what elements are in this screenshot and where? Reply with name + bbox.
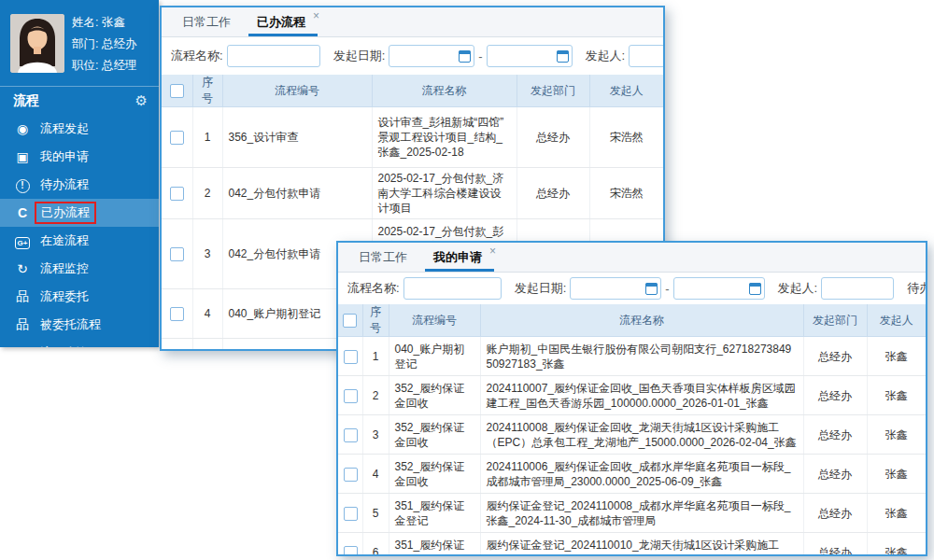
initiator-label: 发起人: [586,48,626,64]
sidebar-item-process-delegate[interactable]: 品 流程委托 [0,283,159,311]
col-header-no: 序号 [192,75,222,107]
tab-label: 我的申请 [433,249,482,266]
calendar-icon[interactable] [557,50,569,63]
initiator-input[interactable] [629,45,663,67]
monitor-refresh-icon: ↻ [14,261,31,276]
row-checkbox[interactable] [170,131,184,145]
cell-name: 履约保证金登记_2024110010_龙湖天街城1区设计采购施工（EPC）总承包… [480,533,803,557]
cell-name: 账户期初_中国民生银行股份有限公司朝阳支行_627182738495092718… [480,337,803,376]
row-checkbox[interactable] [344,468,358,482]
row-checkbox[interactable] [344,350,358,364]
cell-no: 5 [192,339,222,352]
cell-dept: 总经办 [803,376,867,415]
avatar-photo [10,14,64,73]
cell-no: 3 [362,415,389,455]
select-all-checkbox[interactable] [170,84,184,98]
tab-label: 日常工作 [182,14,231,31]
sidebar: 姓名: 张鑫 部门: 总经办 职位: 总经理 流程 ⚙ ◉ 流程发起 ▣ 我的申… [0,0,159,347]
process-name-label: 流程名称: [347,280,400,297]
col-header-person: 发起人 [867,304,926,337]
tab-label: 日常工作 [359,249,407,266]
clock-icon: ⊙ [14,345,31,347]
tab-daily-work[interactable]: 日常工作 [171,7,246,36]
row-checkbox[interactable] [344,428,358,442]
tab-daily-work[interactable]: 日常工作 [347,243,422,272]
sidebar-item-process-search[interactable]: ⊙ 流程查询 [0,339,159,347]
row-checkbox[interactable] [170,187,184,201]
table-row: 2 352_履约保证金回收 2024110007_履约保证金回收_国色天香项目实… [338,376,926,415]
initiator-input[interactable] [821,277,894,300]
my-applications-window: 日常工作 我的申请 × 流程名称: 发起日期: - 发起人: 待办人: [336,241,927,556]
cell-code: 042_分包付款申请 [222,168,372,219]
sidebar-item-label: 流程查询 [40,344,89,347]
cell-code: 356_设计审查 [222,107,372,168]
process-name-input[interactable] [403,277,502,300]
select-all-checkbox[interactable] [343,314,357,328]
date-range-separator: - [478,49,482,63]
col-header-name: 流程名称 [372,75,517,107]
cell-no: 5 [362,494,389,533]
cell-no: 4 [192,289,222,339]
sidebar-item-label: 我的申请 [40,148,89,165]
cell-code: 352_履约保证金回收 [389,455,480,494]
col-header-dept: 发起部门 [803,304,867,337]
cell-no: 3 [192,219,222,289]
cell-name: 设计审查_彭祖新城“四馆”景观工程设计项目_结构_张鑫_2025-02-18 [372,107,517,168]
row-checkbox[interactable] [344,546,358,556]
table-row: 4 352_履约保证金回收 2024110006_履约保证金回收_成都水岸华庭名… [338,455,926,494]
sidebar-menu: ◉ 流程发起 ▣ 我的申请 ! 待办流程 C 已办流程 G+ 在途流程 ↻ 流程… [0,115,159,347]
sidebar-item-done-processes[interactable]: C 已办流程 [0,199,159,227]
sidebar-item-delegated-processes[interactable]: 品 被委托流程 [0,311,159,339]
sidebar-item-process-start[interactable]: ◉ 流程发起 [0,115,159,143]
tab-my-applications[interactable]: 我的申请 × [422,243,497,272]
cell-dept: 总经办 [803,415,867,455]
org-chart-icon: 品 [14,288,31,305]
cell-person: 宋浩然 [589,107,663,168]
close-icon[interactable]: × [489,245,496,258]
calendar-icon[interactable] [459,50,471,63]
process-name-label: 流程名称: [171,48,223,64]
col-header-person: 发起人 [589,75,663,107]
cell-name: 2024110007_履约保证金回收_国色天香项目实体样板房区域园建工程_国色天… [480,376,803,415]
sidebar-item-label: 在途流程 [40,232,89,249]
cell-no: 6 [362,533,389,557]
cell-dept: 总经办 [803,494,867,533]
cell-code: 040_账户期初登记 [389,337,480,376]
tab-bar: 日常工作 已办流程 × [162,7,663,37]
profile-dept: 部门: 总经办 [72,34,136,55]
cell-dept: 总经办 [803,455,867,494]
sidebar-section-header: 流程 ⚙ [0,86,159,115]
active-tab-underline [248,34,318,36]
sidebar-item-todo-processes[interactable]: ! 待办流程 [0,171,159,199]
table-row: 5 351_履约保证金登记 履约保证金登记_2024110008_成都水岸华庭名… [338,494,926,533]
row-checkbox[interactable] [344,507,358,521]
id-card-icon: ▣ [14,149,31,164]
col-header-code: 流程编号 [222,75,372,107]
cell-person: 张鑫 [867,415,926,455]
process-name-input[interactable] [227,45,320,67]
table-row: 3 352_履约保证金回收 2024110008_履约保证金回收_龙湖天街城1区… [338,415,926,455]
close-icon[interactable]: × [313,9,319,22]
cell-no: 1 [362,337,389,376]
calendar-icon[interactable] [645,283,658,295]
row-checkbox[interactable] [170,307,184,321]
sidebar-item-my-applications[interactable]: ▣ 我的申请 [0,143,159,171]
app-screen: 姓名: 张鑫 部门: 总经办 职位: 总经理 流程 ⚙ ◉ 流程发起 ▣ 我的申… [0,0,934,560]
calendar-icon[interactable] [749,283,761,295]
row-checkbox[interactable] [170,247,184,261]
col-header-dept: 发起部门 [517,75,589,107]
sidebar-item-in-transit-processes[interactable]: G+ 在途流程 [0,227,159,255]
cell-name: 2025-02-17_分包付款_济南大学工科综合楼建设设计项目 [372,168,517,219]
cell-no: 2 [362,376,389,415]
cell-code: 352_履约保证金回收 [389,376,480,415]
cell-code: 351_履约保证金登记 [389,533,480,557]
cell-person: 张鑫 [867,455,926,494]
start-date-label: 发起日期: [333,48,386,64]
filter-bar: 流程名称: 发起日期: - 发起人: 待办人: [338,273,926,304]
tab-done-processes[interactable]: 已办流程 × [246,7,320,36]
row-checkbox[interactable] [344,389,358,403]
tab-label: 已办流程 [257,14,305,31]
start-date-label: 发起日期: [515,280,567,297]
sidebar-item-process-monitor[interactable]: ↻ 流程监控 [0,255,159,283]
gear-icon[interactable]: ⚙ [135,92,148,109]
